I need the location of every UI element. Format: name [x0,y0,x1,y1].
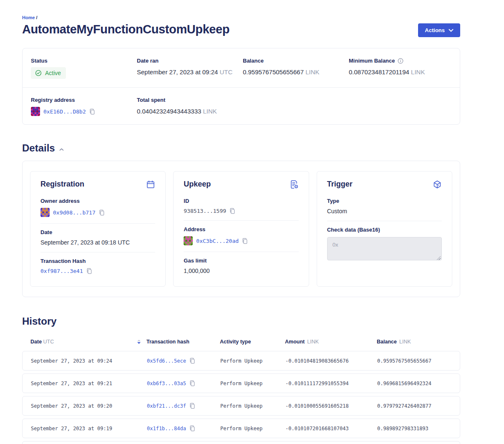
row-amount: -0.010107201668107043 [285,426,377,431]
owner-address-row: Owner address 0x9d08...b717 [40,192,155,224]
column-header-balance: Balance LINK [377,339,452,345]
row-date: September 27, 2023 at 09:19 [31,426,147,431]
copy-icon[interactable] [242,238,248,244]
row-amount: -0.010111172991055394 [285,381,377,386]
row-amount: -0.010100055691605218 [285,403,377,409]
copy-icon[interactable] [189,425,195,431]
breadcrumb: Home/ [22,15,460,20]
details-section-header: Details [22,142,460,154]
table-row: September 27, 2023 at 09:180xf987...3e41… [22,441,460,444]
upkeep-id-label: ID [184,198,298,204]
actions-button[interactable]: Actions [418,23,460,37]
registration-tx-link[interactable]: 0xf987...3e41 [40,268,83,274]
chevron-down-icon [449,29,454,32]
balance-block: Balance 0.9595767505655667 LINK [243,58,349,79]
registration-date-value: September 27, 2023 at 09:18 UTC [40,239,155,246]
transaction-hash-link[interactable]: 0xb6f3...03a5 [147,381,186,386]
overview-card: Status Active Date ran September 27, 202… [22,48,460,125]
trigger-type-value: Custom [327,208,442,214]
gas-limit-row: Gas limit 1,000,000 [184,252,298,280]
upkeep-address-row: Address 0xC3bC...20ad [184,221,298,252]
row-balance: 0.989892798331893 [377,426,451,431]
details-heading: Details [22,142,55,154]
row-date: September 27, 2023 at 09:24 [31,358,147,364]
owner-address-link[interactable]: 0x9d08...b717 [53,209,96,216]
calendar-icon [146,180,155,191]
copy-icon[interactable] [99,209,105,216]
upkeep-address-link[interactable]: 0xC3bC...20ad [196,238,239,244]
row-date: September 27, 2023 at 09:21 [31,381,147,386]
page-title: AutomateMyFunctionCustomUpkeep [22,23,229,36]
collapse-chevron-up-icon[interactable] [59,148,64,151]
total-spent-block: Total spent 0.04042324943443333 LINK [137,97,243,116]
history-heading: History [22,315,460,327]
gas-limit-label: Gas limit [184,257,298,264]
registration-date-row: Date September 27, 2023 at 09:18 UTC [40,224,155,252]
history-table-header: Date UTC Transaction hash Activity type … [22,327,460,351]
registry-address-block: Registry address 0xE16D...D8b2 [31,97,137,116]
registration-date-label: Date [40,229,155,235]
upkeep-id-row: ID 938513...1599 [184,192,298,221]
copy-icon[interactable] [229,208,235,214]
copy-icon[interactable] [89,108,95,115]
row-activity: Perform Upkeep [220,403,285,409]
table-row: September 27, 2023 at 09:200xbf21...dc3f… [22,396,460,416]
min-balance-label: Minimum Balance [349,58,451,64]
column-header-amount: Amount LINK [285,339,377,345]
row-amount: -0.010104819083665676 [285,358,377,364]
min-balance-value: 0.0870234817201194 LINK [349,68,451,76]
copy-icon[interactable] [86,268,92,274]
row-activity: Perform Upkeep [220,358,285,364]
min-balance-unit: LINK [411,68,425,76]
row-date: September 27, 2023 at 09:20 [31,403,147,409]
owner-address-label: Owner address [40,198,155,204]
transaction-hash-link[interactable]: 0x1f1b...84da [147,426,186,431]
registration-card: Registration Owner address 0x9d08...b717… [30,171,166,287]
status-block: Status Active [31,58,137,79]
min-balance-block: Minimum Balance 0.0870234817201194 LINK [349,58,451,79]
status-value: Active [45,70,61,76]
row-balance: 0.9797927426402877 [377,403,451,409]
status-badge: Active [31,67,66,79]
transaction-hash-link[interactable]: 0xbf21...dc3f [147,403,186,409]
copy-icon[interactable] [189,380,195,386]
registration-title: Registration [40,180,84,189]
balance-value: 0.9595767505655667 LINK [243,68,349,76]
sort-icon[interactable] [137,340,141,344]
overview-row-2: Registry address 0xE16D...D8b2 Total spe… [23,87,460,124]
trigger-type-label: Type [327,198,442,204]
copy-icon[interactable] [189,358,195,364]
total-spent-unit: LINK [203,108,217,115]
transaction-hash-label: Transaction Hash [40,258,155,264]
row-balance: 0.9696815696492324 [377,381,451,386]
row-activity: Perform Upkeep [220,381,285,386]
info-icon[interactable] [398,58,403,64]
total-spent-label: Total spent [137,97,243,103]
total-spent-value: 0.04042324943443333 LINK [137,108,243,115]
upkeep-card: Upkeep ID 938513...1599 Address 0xC3bC..… [173,171,309,287]
copy-icon[interactable] [189,403,195,409]
date-unit-label: UTC [43,339,54,345]
details-container: Registration Owner address 0x9d08...b717… [22,161,460,297]
upkeep-id-value: 938513...1599 [184,208,226,214]
gas-limit-value: 1,000,000 [184,267,298,274]
trigger-card: Trigger Type Custom Check data (Base16) [317,171,452,287]
date-ran-block: Date ran September 27, 2023 at 09:24 UTC [137,58,243,79]
balance-label: Balance [243,58,349,64]
check-data-textarea[interactable] [327,237,442,260]
row-hash: 0xb6f3...03a5 [147,380,220,386]
balance-unit-label: LINK [399,339,411,345]
date-ran-label: Date ran [137,58,243,64]
status-label: Status [31,58,137,64]
breadcrumb-home-link[interactable]: Home [22,15,35,20]
document-gear-icon [290,180,299,191]
date-ran-value: September 27, 2023 at 09:24 UTC [137,68,243,76]
actions-button-label: Actions [425,27,445,33]
transaction-hash-link[interactable]: 0x5fd6...5ece [147,358,186,364]
check-data-row: Check data (Base16) [327,221,442,268]
upkeep-title: Upkeep [184,180,211,189]
trigger-title: Trigger [327,180,353,189]
column-header-date[interactable]: Date UTC [30,339,146,345]
registry-address-link[interactable]: 0xE16D...D8b2 [43,108,86,115]
check-data-label: Check data (Base16) [327,227,442,233]
